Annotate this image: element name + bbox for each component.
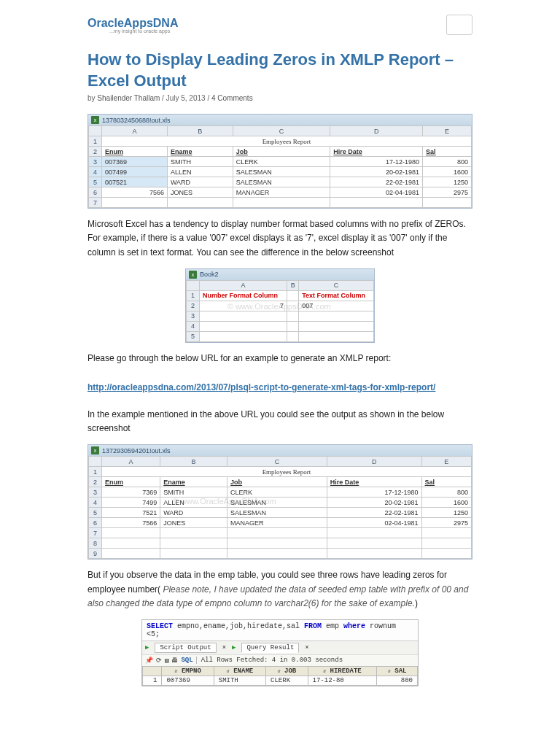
report-title: Employees Report (102, 136, 472, 147)
report-title-3: Employees Report (102, 467, 472, 477)
excel-grid-1: ABCDE 1Employees Report 2EnumEnameJobHir… (88, 125, 472, 208)
sort-icon[interactable]: ⇵ (277, 668, 280, 674)
excel-titlebar-3: x 1372930594201!out.xls (88, 445, 472, 456)
excel-screenshot-3: x 1372930594201!out.xls ABCDE 1Employees… (88, 444, 472, 560)
excel-screenshot-1: x 1378032450688!out.xls ABCDE 1Employees… (88, 114, 472, 209)
excel-icon: x (91, 116, 99, 124)
sort-icon[interactable]: ⇵ (227, 668, 230, 674)
reference-link-block: http://oracleappsdna.com/2013/07/plsql-s… (88, 380, 472, 393)
run-icon-2[interactable]: ▶ (232, 643, 236, 651)
fetch-status: All Rows Fetched: 4 in 0.003 seconds (196, 657, 343, 664)
excel-filename: 1378032450688!out.xls (102, 117, 171, 124)
print-icon[interactable]: 🖶 (171, 657, 178, 665)
excel-titlebar-2: x Book2 (186, 269, 374, 280)
by-label: by (88, 94, 96, 102)
excel-grid-2: ABC 1Number Format ColumnText Format Col… (186, 280, 374, 342)
excel-filename-2: Book2 (200, 271, 219, 278)
run-icon[interactable]: ▶ (145, 643, 149, 651)
sort-icon[interactable]: ⇵ (388, 668, 391, 674)
sql-screenshot: SELECT empno,ename,job,hiredate,sal FROM… (141, 619, 419, 686)
refresh-icon[interactable]: ⟳ (156, 657, 162, 665)
close-icon-2[interactable]: × (305, 644, 308, 651)
export-icon[interactable]: ▤ (165, 657, 168, 665)
excel-titlebar: x 1378032450688!out.xls (88, 115, 472, 125)
paragraph-2: Please go through the below URL for an e… (88, 352, 472, 365)
tab-query-result[interactable]: Query Result (241, 643, 299, 653)
comments-link[interactable]: 4 Comments (211, 94, 253, 102)
sql-tabbar: ▶ Script Output × ▶ Query Result × (142, 640, 418, 654)
menu-toggle-button[interactable] (446, 15, 472, 35)
excel-filename-3: 1372930594201!out.xls (102, 447, 171, 454)
author-link[interactable]: Shailender Thallam (97, 94, 160, 102)
logo-tagline: ...my insight to oracle apps (88, 28, 178, 34)
article-meta: by Shailender Thallam / July 5, 2013 / 4… (88, 94, 472, 102)
excel-grid-3: ABCDE 1Employees Report 2EnumEnameJobHir… (88, 456, 472, 559)
table-row: 1 007369 SMITH CLERK 17-12-80 800 (143, 676, 418, 685)
paragraph-4: But if you observe the data in the emp t… (88, 568, 472, 611)
sql-result-table: ⇵ EMPNO ⇵ ENAME ⇵ JOB ⇵ HIREDATE ⇵ SAL 1… (142, 666, 418, 686)
tab-script-output[interactable]: Script Output (155, 643, 216, 653)
post-date: July 5, 2013 (166, 94, 206, 102)
sort-icon[interactable]: ⇵ (174, 668, 177, 674)
paragraph-3: In the example mentioned in the above UR… (88, 408, 472, 436)
sql-toolbar: 📌 ⟳ ▤ 🖶 SQL All Rows Fetched: 4 in 0.003… (142, 654, 418, 666)
close-icon[interactable]: × (222, 644, 226, 651)
site-header: OracleAppsDNA ...my insight to oracle ap… (88, 15, 472, 35)
sort-icon[interactable]: ⇵ (323, 668, 326, 674)
p4-text-c: ) (415, 598, 418, 608)
excel-icon: x (189, 271, 197, 279)
site-logo[interactable]: OracleAppsDNA ...my insight to oracle ap… (88, 17, 178, 34)
excel-screenshot-2: x Book2 ABC 1Number Format ColumnText Fo… (185, 268, 375, 343)
pin-icon[interactable]: 📌 (145, 657, 153, 665)
sql-label[interactable]: SQL (181, 657, 192, 664)
article-title: How to Display Leading Zeros in XMLP Rep… (88, 50, 472, 91)
paragraph-1: Microsoft Excel has a tendency to displa… (88, 217, 472, 260)
sql-query: SELECT empno,ename,job,hiredate,sal FROM… (142, 620, 418, 640)
reference-link[interactable]: http://oracleappsdna.com/2013/07/plsql-s… (88, 382, 435, 392)
excel-icon: x (91, 446, 99, 454)
